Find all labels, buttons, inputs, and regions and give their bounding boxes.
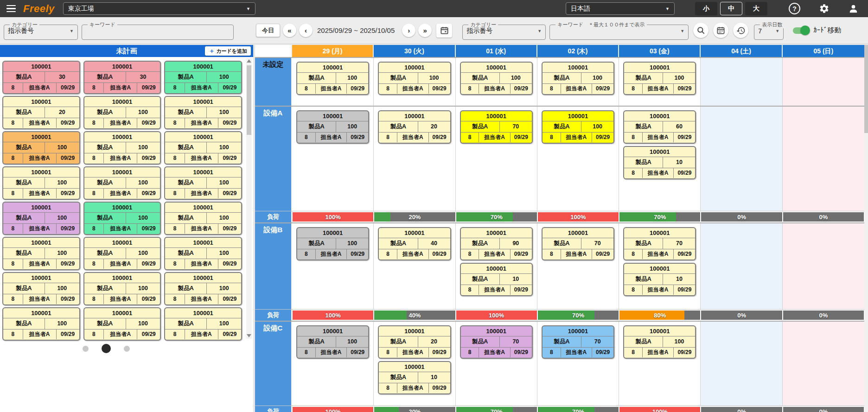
schedule-card[interactable]: 100001製品A208担当者A09/29 [2,96,80,129]
schedule-card[interactable]: 100001製品A1008担当者A09/29 [542,110,614,144]
schedule-card[interactable]: 100001製品A108担当者A09/29 [623,146,696,179]
schedule-cell[interactable]: 100001製品A708担当者A09/29 [456,322,537,406]
schedule-cell[interactable]: 100001製品A1008担当者A09/29 [292,223,374,309]
schedule-cell[interactable]: 100001製品A708担当者A09/29 [537,223,619,309]
gear-icon[interactable] [819,3,830,14]
schedule-card[interactable]: 100001製品A1008担当者A09/29 [83,166,161,200]
schedule-cell[interactable]: 100001製品A1008担当者A09/29 [374,58,455,106]
schedule-card[interactable]: 100001製品A708担当者A09/29 [460,110,533,144]
schedule-card[interactable]: 100001製品A1008担当者A09/29 [83,96,161,129]
page-scrollbar-thumb[interactable] [864,45,868,133]
schedule-cell[interactable] [701,322,782,406]
history-icon[interactable] [733,23,748,38]
schedule-card[interactable]: 100001製品A1008担当者A09/29 [296,62,369,95]
scrollbar-thumb[interactable] [247,65,251,135]
schedule-card[interactable]: 100001製品A1008担当者A09/29 [164,96,242,129]
schedule-card[interactable]: 100001製品A1008担当者A09/29 [623,325,696,359]
schedule-card[interactable]: 100001製品A1008担当者A09/29 [2,272,80,305]
schedule-cell[interactable]: 100001製品A208担当者A09/29100001製品A108担当者A09/… [374,322,455,406]
forward-button[interactable]: › [402,24,415,37]
schedule-card[interactable]: 100001製品A208担当者A09/29 [378,325,451,359]
schedule-card[interactable]: 100001製品A408担当者A09/29 [378,227,451,260]
schedule-card[interactable]: 100001製品A1008担当者A09/29 [83,307,161,341]
schedule-card[interactable]: 100001製品A1008担当者A09/29 [164,307,242,341]
schedule-card[interactable]: 100001製品A1008担当者A09/29 [460,62,533,95]
schedule-cell[interactable]: 100001製品A1008担当者A09/29 [537,107,619,211]
backward-button[interactable]: ‹ [299,24,313,37]
schedule-cell[interactable]: 100001製品A608担当者A09/29100001製品A108担当者A09/… [619,107,701,211]
schedule-card[interactable]: 100001製品A1008担当者A09/29 [623,62,696,95]
schedule-card[interactable]: 100001製品A1008担当者A09/29 [164,131,242,165]
schedule-card[interactable]: 100001製品A1008担当者A09/29 [164,61,242,94]
add-card-button[interactable]: ＋ カードを追加 [205,46,251,56]
schedule-card[interactable]: 100001製品A1008担当者A09/29 [2,131,80,165]
schedule-cell[interactable] [701,223,782,309]
schedule-card[interactable]: 100001製品A1008担当者A09/29 [164,272,242,305]
schedule-cell[interactable]: 100001製品A408担当者A09/29 [374,223,455,309]
schedule-card[interactable]: 100001製品A1008担当者A09/29 [542,62,614,95]
schedule-card[interactable]: 100001製品A308担当者A09/29 [83,61,161,94]
user-icon[interactable] [848,3,859,14]
fast-forward-button[interactable]: » [418,24,432,37]
help-icon[interactable]: ? [789,3,800,14]
schedule-cell[interactable] [783,223,864,309]
schedule-cell[interactable]: 100001製品A708担当者A09/29 [456,107,537,211]
schedule-cell[interactable] [783,107,864,211]
schedule-card[interactable]: 100001製品A108担当者A09/29 [460,263,533,296]
schedule-cell[interactable]: 100001製品A708担当者A09/29100001製品A108担当者A09/… [619,223,701,309]
font-size-button[interactable]: 中 [720,2,742,15]
schedule-card[interactable]: 100001製品A1008担当者A09/29 [164,166,242,200]
pagination-dot[interactable] [124,346,130,352]
schedule-card[interactable]: 100001製品A1008担当者A09/29 [2,237,80,270]
panel-scrollbar[interactable] [246,58,252,339]
schedule-card[interactable]: 100001製品A308担当者A09/29 [2,61,80,94]
font-size-button[interactable]: 大 [745,2,767,15]
display-days-select[interactable]: 表示日数 7 ▼ [754,21,784,40]
schedule-cell[interactable]: 100001製品A1008担当者A09/29 [456,58,537,106]
search-icon[interactable] [693,23,708,38]
category2-select[interactable]: カテゴリー 指示番号 ▼ [462,21,546,40]
keyword2-combobox[interactable]: キーワード ＊最大１００件まで表示 ▼ [549,21,689,40]
schedule-card[interactable]: 100001製品A708担当者A09/29 [460,325,533,359]
pagination-dot[interactable] [102,344,111,353]
schedule-cell[interactable]: 100001製品A708担当者A09/29 [537,322,619,406]
menu-icon[interactable] [6,5,16,13]
schedule-cell[interactable]: 100001製品A1008担当者A09/29 [292,322,374,406]
schedule-cell[interactable] [701,107,782,211]
schedule-card[interactable]: 100001製品A1008担当者A09/29 [83,272,161,305]
schedule-cell[interactable] [783,58,864,106]
scroll-down-icon[interactable] [247,334,251,337]
card-move-toggle[interactable] [793,27,809,34]
schedule-cell[interactable] [783,322,864,406]
schedule-card[interactable]: 100001製品A708担当者A09/29 [623,227,696,260]
schedule-card[interactable]: 100001製品A1008担当者A09/29 [83,131,161,165]
pagination-dot[interactable] [83,346,89,352]
schedule-card[interactable]: 100001製品A108担当者A09/29 [378,361,451,394]
schedule-card[interactable]: 100001製品A1008担当者A09/29 [83,237,161,270]
schedule-cell[interactable]: 100001製品A1008担当者A09/29 [619,322,701,406]
schedule-card[interactable]: 100001製品A708担当者A09/29 [542,227,614,260]
fast-backward-button[interactable]: « [283,24,296,37]
schedule-card[interactable]: 100001製品A1008担当者A09/29 [83,202,161,235]
schedule-cell[interactable]: 100001製品A1008担当者A09/29 [619,58,701,106]
schedule-card[interactable]: 100001製品A1008担当者A09/29 [2,202,80,235]
schedule-cell[interactable]: 100001製品A1008担当者A09/29 [537,58,619,106]
schedule-cell[interactable] [701,58,782,106]
schedule-cell[interactable]: 100001製品A1008担当者A09/29 [292,58,374,106]
schedule-card[interactable]: 100001製品A1008担当者A09/29 [296,325,369,359]
calendar-picker-icon[interactable] [713,23,728,38]
schedule-card[interactable]: 100001製品A1008担当者A09/29 [296,110,369,144]
schedule-card[interactable]: 100001製品A908担当者A09/29 [460,227,533,260]
schedule-card[interactable]: 100001製品A108担当者A09/29 [623,263,696,296]
calendar-icon[interactable] [436,24,452,38]
schedule-cell[interactable]: 100001製品A908担当者A09/29100001製品A108担当者A09/… [456,223,537,309]
schedule-card[interactable]: 100001製品A1008担当者A09/29 [378,62,451,95]
keyword-input[interactable]: キーワード [82,21,234,40]
schedule-card[interactable]: 100001製品A1008担当者A09/29 [296,227,369,260]
schedule-card[interactable]: 100001製品A1008担当者A09/29 [2,307,80,341]
font-size-button[interactable]: 小 [695,2,717,15]
page-scrollbar[interactable] [864,45,868,412]
schedule-card[interactable]: 100001製品A708担当者A09/29 [542,325,614,359]
schedule-cell[interactable]: 100001製品A208担当者A09/29 [374,107,455,211]
language-select[interactable]: 日本語 ▼ [566,2,675,15]
